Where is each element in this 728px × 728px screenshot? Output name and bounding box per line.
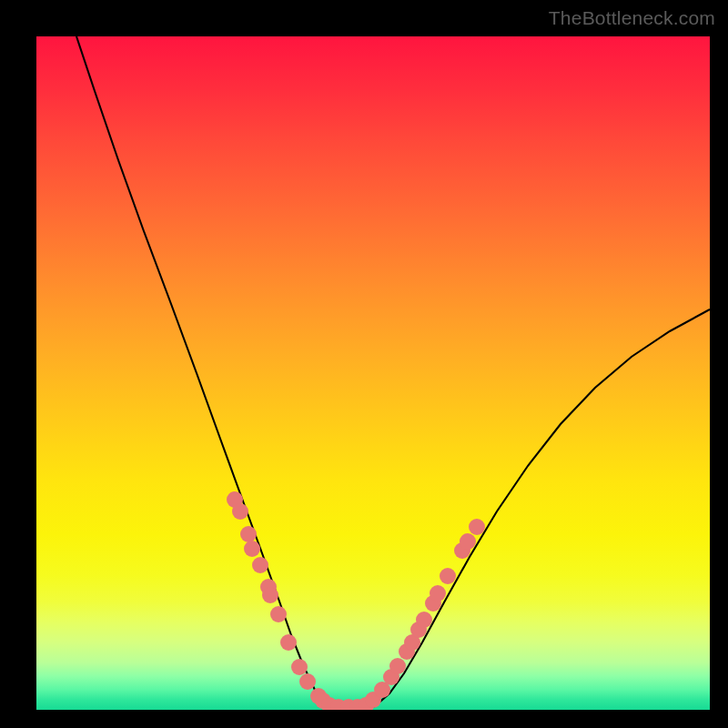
data-marker (416, 612, 432, 628)
data-marker (291, 659, 308, 675)
data-marker (430, 585, 446, 602)
data-marker (262, 587, 278, 603)
data-marker (240, 526, 257, 542)
data-marker (469, 519, 485, 535)
watermark-text: TheBottleneck.com (549, 7, 715, 29)
data-marker (232, 503, 248, 520)
curve-layer (76, 36, 710, 710)
chart-frame: TheBottleneck.com (0, 0, 728, 728)
curve-left-arm (76, 36, 360, 710)
data-marker (280, 634, 297, 651)
data-marker (440, 568, 456, 584)
plot-area (36, 36, 710, 710)
data-marker (389, 658, 406, 674)
data-marker (270, 606, 287, 622)
data-marker (299, 673, 316, 690)
data-marker (252, 557, 268, 573)
marker-layer (227, 491, 485, 710)
data-marker (460, 533, 476, 550)
data-marker (244, 541, 260, 557)
chart-svg (36, 36, 710, 710)
